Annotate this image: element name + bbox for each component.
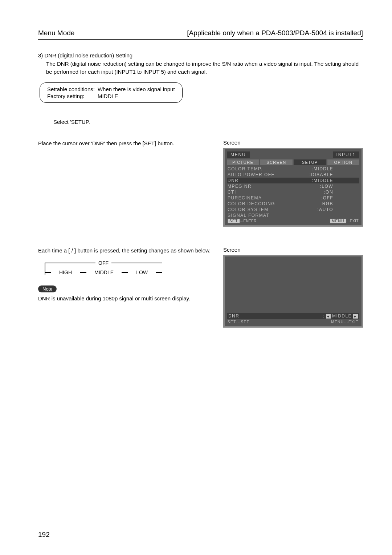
screen-label-1: Screen xyxy=(223,139,363,146)
factory-setting-value: MIDDLE xyxy=(96,93,176,100)
cycle-high: HIGH xyxy=(56,270,75,275)
settable-conditions-label: Settable conditions: xyxy=(46,86,96,93)
osd2-help-set-badge: SET xyxy=(228,320,236,324)
osd-label: MPEG NR xyxy=(228,184,252,189)
osd-value xyxy=(333,213,359,218)
header-right: [Applicable only when a PDA-5003/PDA-500… xyxy=(187,29,363,37)
osd-help-exit: ···EXIT xyxy=(346,219,359,223)
osd-row-colorsystem: COLOR SYSTEM:AUTO xyxy=(227,207,359,212)
cycle-middle: MIDDLE xyxy=(91,270,117,275)
osd-row-mpegnr: MPEG NR:LOW xyxy=(227,183,359,189)
cycle-low: LOW xyxy=(133,270,151,275)
note-pill: Note xyxy=(38,285,57,292)
osd-label: COLOR SYSTEM xyxy=(228,207,269,212)
osd-row-autopoweroff: AUTO POWER OFF:DISABLE xyxy=(227,172,359,178)
osd-value: :MIDDLE xyxy=(312,166,359,171)
osd-dnr-detail: DNR : ◂ MIDDLE ▸ SET···SET MENU···EXIT xyxy=(223,255,363,328)
note-text: DNR is unavailable during 1080p signal o… xyxy=(38,295,212,303)
arrow-right-icon: ▸ xyxy=(353,314,358,319)
osd-value: :OFF xyxy=(321,195,359,200)
arrow-left-icon: ◂ xyxy=(326,314,331,319)
osd2-help-menu-badge: MENU xyxy=(331,320,344,324)
osd-value: :RGB xyxy=(320,201,359,206)
osd2-value: MIDDLE xyxy=(332,313,352,319)
osd-value: :AUTO xyxy=(317,207,359,212)
osd-row-dnr: DNR:MIDDLE xyxy=(227,178,359,183)
step-place-cursor: Place the cursor over 'DNR' then press t… xyxy=(38,140,174,146)
osd-row-colordecoding: COLOR DECODING:RGB xyxy=(227,201,359,207)
osd-tab-option: OPTION xyxy=(327,159,359,165)
osd-tab-setup: SETUP xyxy=(294,159,327,165)
osd-value: :LOW xyxy=(320,184,359,189)
osd-value: :MIDDLE xyxy=(312,178,359,183)
step-select-setup: Select 'SETUP. xyxy=(53,118,363,126)
osd2-help-exit: ···EXIT xyxy=(344,320,359,324)
osd2-dnr-label: DNR xyxy=(228,313,239,319)
osd-help-menu-badge: MENU xyxy=(330,219,346,223)
osd-value: :DISABLE xyxy=(309,172,359,177)
section-title: 3) DNR (digital noise reduction) Setting xyxy=(38,52,363,58)
osd-help-enter: ···ENTER xyxy=(240,219,257,223)
osd-row-signalformat: SIGNAL FORMAT xyxy=(227,212,359,218)
osd-value: :ON xyxy=(324,190,359,195)
cycle-diagram: OFF HIGH MIDDLE LOW xyxy=(38,260,169,275)
osd-setup-menu: MENU INPUT1 PICTURE SCREEN SETUP OPTION … xyxy=(223,148,363,227)
osd2-colon: : xyxy=(323,313,324,319)
osd-row-cti: CTI:ON xyxy=(227,189,359,195)
osd-label: PURECINEMA xyxy=(228,195,262,200)
page-number: 192 xyxy=(38,531,50,539)
osd-label: COLOR TEMP. xyxy=(228,166,263,171)
osd-input-badge: INPUT1 xyxy=(333,151,359,158)
step-cycle-text: Each time a [ / ] button is pressed, the… xyxy=(38,247,212,255)
osd-label: AUTO POWER OFF xyxy=(228,172,274,177)
settable-conditions-value: When there is video signal input xyxy=(96,86,176,93)
screen-label-2: Screen xyxy=(223,247,363,253)
osd-row-colortemp: COLOR TEMP.:MIDDLE xyxy=(227,166,359,172)
settings-box: Settable conditions: When there is video… xyxy=(40,82,183,103)
osd-tab-picture: PICTURE xyxy=(227,159,260,165)
factory-setting-label: Factory setting: xyxy=(46,93,96,100)
osd-help-set-badge: SET xyxy=(228,219,240,223)
osd-menu-badge: MENU xyxy=(227,151,250,158)
osd-label: CTI xyxy=(228,190,236,195)
osd-label: DNR xyxy=(228,178,238,183)
header-left: Menu Mode xyxy=(38,29,74,37)
section-description: The DNR (digital noise reduction) settin… xyxy=(46,60,363,76)
osd-row-purecinema: PURECINEMA:OFF xyxy=(227,195,359,201)
cycle-off: OFF xyxy=(95,260,111,266)
osd-label: COLOR DECODING xyxy=(228,201,275,206)
osd-tab-screen: SCREEN xyxy=(260,159,294,165)
osd-tabs: PICTURE SCREEN SETUP OPTION xyxy=(227,159,359,165)
osd2-help-set: ···SET xyxy=(236,320,249,324)
osd-label: SIGNAL FORMAT xyxy=(228,213,269,218)
